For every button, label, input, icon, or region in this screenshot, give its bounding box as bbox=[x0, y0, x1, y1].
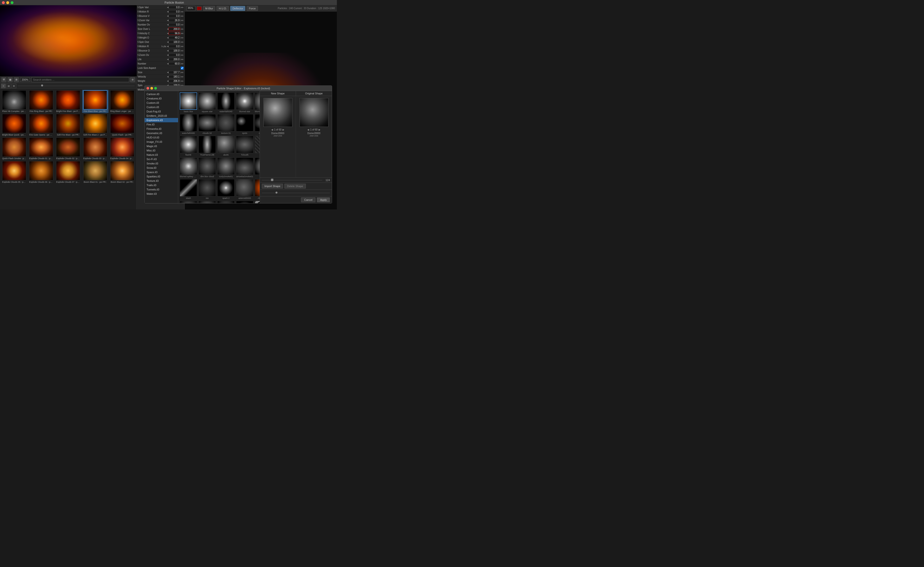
shape-item[interactable]: basic blur bbox=[179, 92, 198, 113]
shape-item[interactable]: slash bbox=[179, 179, 198, 200]
param-expand-icon[interactable]: ▶▶ bbox=[181, 71, 184, 74]
search-input[interactable] bbox=[31, 77, 129, 82]
param-value[interactable]: 100.0 bbox=[169, 41, 180, 44]
param-row[interactable]: f-Zoom Ov◀0.0▶▶ bbox=[136, 53, 184, 57]
library-item[interactable]: Nature.il3 bbox=[145, 153, 178, 157]
library-item[interactable]: Creatures.il3 bbox=[145, 96, 178, 101]
original-shape-prev[interactable]: ◀ bbox=[307, 128, 309, 131]
library-item[interactable]: Tunnels.il3 bbox=[145, 187, 178, 192]
emitter-item[interactable]: Soft Fire Blast ::pe PR:: bbox=[55, 113, 81, 137]
shape-item[interactable]: texture 01 bbox=[217, 114, 235, 135]
shape-item[interactable]: blurred star bbox=[236, 92, 254, 113]
library-item[interactable]: Space.il3 bbox=[145, 170, 178, 174]
param-value[interactable]: 0.0 bbox=[169, 45, 180, 48]
shape-item[interactable]: Scratches_01 bbox=[217, 200, 235, 203]
se-library[interactable]: Cartoon.il3Creatures.il3Custom.il3Custom… bbox=[145, 91, 178, 203]
param-arrow-left[interactable]: ◀ bbox=[167, 45, 168, 47]
deflector-button[interactable]: Deflector bbox=[230, 6, 245, 11]
emitter-item[interactable]: Explode Clouds 02 ::pe PR:: bbox=[55, 137, 81, 160]
shape-item[interactable]: Blur_01 bbox=[179, 200, 198, 203]
param-expand-icon[interactable]: ▶▶ bbox=[181, 63, 184, 65]
shape-item[interactable]: Alpha_line1 bbox=[254, 179, 260, 200]
library-item[interactable]: Explosions.il3 bbox=[145, 118, 178, 122]
emitter-item[interactable]: Fire Gate Opens ::pe PR:: bbox=[28, 113, 54, 137]
param-row[interactable]: Size◀157.7▶▶ bbox=[136, 70, 184, 75]
search-clear-icon[interactable]: ⊘ bbox=[130, 77, 135, 82]
library-item[interactable]: Fireworks.il3 bbox=[145, 126, 178, 131]
close-button[interactable] bbox=[2, 1, 5, 4]
param-arrow-left[interactable]: ◀ bbox=[167, 63, 168, 65]
emitter-item[interactable]: Bright Fire Blast ::pe PR:: bbox=[55, 90, 81, 113]
param-arrow-left[interactable]: ◀ bbox=[167, 41, 168, 43]
shape-item[interactable]: Tcloud5 bbox=[236, 135, 254, 156]
param-value[interactable]: 60.0 bbox=[169, 62, 180, 65]
library-item[interactable]: Water.il3 bbox=[145, 192, 178, 196]
shape-item[interactable]: curlySmoke01 bbox=[217, 157, 235, 178]
param-value[interactable]: 100.0 bbox=[169, 49, 180, 52]
maximize-button[interactable] bbox=[10, 1, 14, 4]
param-expand-icon[interactable]: ▶▶ bbox=[181, 54, 184, 56]
shape-item[interactable]: clouds 01 bbox=[254, 114, 260, 135]
param-value[interactable]: 157.7 bbox=[169, 71, 180, 74]
se-shapes-grid[interactable]: basic blursquare starwaterfall0040blurre… bbox=[178, 91, 260, 203]
shape-item[interactable]: ice bbox=[198, 179, 216, 200]
emitter-item[interactable]: Floor Hit Complex ::pe TG:: bbox=[1, 90, 27, 113]
shape-item[interactable]: waterfall0040 bbox=[217, 92, 235, 113]
size-slider-thumb[interactable] bbox=[41, 84, 43, 86]
shape-item[interactable]: clouds 02 bbox=[198, 114, 216, 135]
param-row[interactable]: Weight◀206.9▶▶ bbox=[136, 79, 184, 83]
param-expand-icon[interactable]: ▶▶ bbox=[181, 58, 184, 60]
new-shape-next[interactable]: ▶ bbox=[282, 128, 284, 131]
param-row[interactable]: f-Velocity C◀96.9▶▶ bbox=[136, 31, 184, 36]
library-item[interactable]: Custom.il3 bbox=[145, 101, 178, 105]
mblur-button[interactable]: M-Blur bbox=[203, 6, 215, 11]
param-expand-icon[interactable]: ▶▶ bbox=[181, 28, 184, 30]
param-row[interactable]: f-Spin Ove◀100.0▶▶ bbox=[136, 40, 184, 44]
emitter-item[interactable]: Explode Clouds 07 ::pe PR:: bbox=[55, 161, 81, 184]
library-item[interactable]: Misc.il3 bbox=[145, 148, 178, 153]
original-shape-next[interactable]: ▶ bbox=[319, 128, 321, 131]
shape-item[interactable]: square star bbox=[198, 92, 216, 113]
hud-button[interactable]: H.U.D. bbox=[217, 6, 229, 11]
emitter-item[interactable]: Quick Flash Smoke ::pe PR:: bbox=[1, 137, 27, 160]
param-row[interactable]: Number◀60.0▶▶ bbox=[136, 62, 184, 66]
view-detail-icon[interactable]: ▤ bbox=[6, 84, 11, 88]
param-arrow-left[interactable]: ◀ bbox=[167, 50, 168, 52]
emitter-item[interactable]: Explode Clouds 06 ::pe PR:: bbox=[28, 161, 54, 184]
library-item[interactable]: Texture.il3 bbox=[145, 179, 178, 183]
shape-item[interactable]: Atom_Ring0001 bbox=[254, 200, 260, 203]
shape-item[interactable]: waterfall0080 bbox=[179, 114, 198, 135]
param-row[interactable]: f-Motion R◀0.0▶▶ bbox=[136, 10, 184, 14]
shape-item[interactable]: TrueFlame13B bbox=[198, 135, 216, 156]
library-item[interactable]: Smoke.il3 bbox=[145, 161, 178, 165]
param-arrow-left[interactable]: ◀ bbox=[167, 37, 168, 39]
view-list-icon[interactable]: ≡ bbox=[1, 84, 6, 88]
param-expand-icon[interactable]: ▶▶ bbox=[181, 11, 184, 13]
emitter-item[interactable]: Ring Blast Linger ::pe PR:: bbox=[109, 90, 135, 113]
param-expand-icon[interactable]: ▶▶ bbox=[181, 80, 184, 82]
param-arrow-left[interactable]: ◀ bbox=[167, 32, 168, 35]
param-row[interactable]: Size Over L◀200.0▶▶ bbox=[136, 27, 184, 31]
minimize-button[interactable] bbox=[6, 1, 9, 4]
view-grid-icon[interactable]: ⊞ bbox=[12, 84, 16, 88]
param-row[interactable]: f-Weight O◀49.2▶▶ bbox=[136, 36, 184, 40]
delete-shape-button[interactable]: Delete Shape bbox=[284, 184, 306, 188]
param-expand-icon[interactable]: ▶▶ bbox=[181, 15, 184, 17]
list-icon[interactable]: M bbox=[2, 77, 6, 82]
library-item[interactable]: Trails.il3 bbox=[145, 183, 178, 187]
param-expand-icon[interactable]: ▶▶ bbox=[181, 41, 184, 43]
grid-icon[interactable]: ▦ bbox=[8, 77, 12, 82]
param-arrow-left[interactable]: ◀ bbox=[167, 15, 168, 17]
emitter-list[interactable]: Floor Hit Complex ::pe TG::Fire Ring Bla… bbox=[0, 89, 136, 209]
se-maximize-button[interactable] bbox=[154, 87, 157, 90]
force-button[interactable]: Force bbox=[247, 6, 258, 11]
param-value[interactable]: 206.9 bbox=[169, 80, 180, 83]
library-item[interactable]: Emitters_2020.il3 bbox=[145, 114, 178, 118]
library-item[interactable]: Geometric.il3 bbox=[145, 131, 178, 135]
param-arrow-left[interactable]: ◀ bbox=[167, 19, 168, 21]
import-shape-button[interactable]: Import Shape bbox=[262, 184, 283, 188]
param-arrow-left[interactable]: ◀ bbox=[167, 71, 168, 74]
param-value[interactable]: 0.0 bbox=[169, 6, 180, 9]
shape-item[interactable]: asteroid0000 bbox=[236, 179, 254, 200]
library-item[interactable]: Image_FX.il3 bbox=[145, 140, 178, 144]
